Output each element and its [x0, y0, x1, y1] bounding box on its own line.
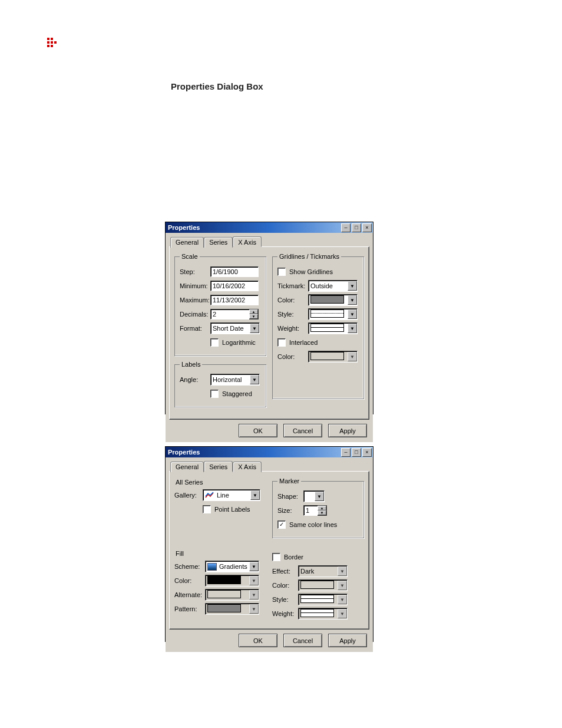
scheme-value: Gradients	[219, 563, 247, 570]
gridlines-group: Gridlines / Tickmarks Show Gridlines Tic…	[272, 253, 364, 399]
staggered-checkbox[interactable]: Staggered	[210, 390, 252, 398]
tab-xaxis[interactable]: X Axis	[233, 236, 262, 247]
chevron-down-icon[interactable]: ▼	[348, 309, 357, 319]
color-swatch-icon	[300, 581, 334, 589]
grid-style-label: Style:	[277, 311, 308, 318]
interlaced-color-select: ▼	[308, 351, 358, 363]
tab-series[interactable]: Series	[204, 237, 233, 248]
chevron-down-icon: ▼	[348, 352, 357, 361]
gallery-select[interactable]: Line ▼	[203, 489, 260, 501]
tickmark-select[interactable]: Outside ▼	[308, 280, 358, 292]
interlaced-checkbox[interactable]: Interlaced	[277, 338, 318, 347]
chevron-down-icon[interactable]: ▼	[249, 562, 259, 571]
samecolor-checkbox[interactable]: ✓ Same color lines	[277, 521, 337, 529]
line-weight-icon	[310, 324, 344, 332]
scheme-select[interactable]: Gradients ▼	[205, 561, 259, 572]
color-swatch-icon	[310, 352, 344, 360]
spin-up-icon[interactable]: ▲	[318, 506, 326, 510]
chevron-down-icon: ▼	[249, 576, 259, 585]
properties-dialog-series: Properties – □ × General Series X Axis A…	[165, 446, 373, 642]
page-heading: Properties Dialog Box	[171, 81, 263, 91]
ok-button[interactable]: OK	[239, 634, 277, 647]
pointlabels-checkbox[interactable]: Point Labels	[203, 505, 250, 513]
format-select[interactable]: Short Date ▼	[210, 322, 260, 334]
minimize-icon[interactable]: –	[341, 448, 351, 457]
decimals-stepper[interactable]: ▲▼	[210, 309, 259, 319]
tab-general[interactable]: General	[170, 237, 204, 248]
dialog-title: Properties	[168, 224, 340, 231]
tab-general[interactable]: General	[170, 462, 204, 472]
grid-color-select[interactable]: ▼	[308, 294, 358, 306]
maximize-icon[interactable]: □	[352, 448, 361, 457]
titlebar[interactable]: Properties – □ ×	[166, 447, 373, 457]
chevron-down-icon: ▼	[249, 604, 259, 614]
dialog-buttons: OK Cancel Apply	[239, 634, 367, 647]
checkbox-checked-icon: ✓	[277, 521, 286, 529]
spin-down-icon[interactable]: ▼	[249, 314, 258, 319]
max-input[interactable]	[210, 295, 259, 305]
border-color-select: ▼	[298, 579, 348, 591]
chevron-down-icon[interactable]: ▼	[348, 295, 357, 305]
angle-label: Angle:	[180, 376, 210, 383]
apply-button[interactable]: Apply	[328, 424, 367, 437]
size-input[interactable]	[303, 505, 318, 516]
shape-select[interactable]: ▼	[303, 490, 325, 502]
size-stepper[interactable]: ▲▼	[303, 505, 327, 516]
chevron-down-icon[interactable]: ▼	[315, 492, 324, 501]
staggered-label: Staggered	[222, 390, 252, 397]
minimize-icon[interactable]: –	[341, 223, 351, 232]
size-label: Size:	[277, 507, 303, 514]
fill-color-label: Color:	[174, 577, 205, 584]
pattern-label: Pattern:	[174, 605, 205, 612]
min-input[interactable]	[210, 281, 259, 291]
cancel-button[interactable]: Cancel	[283, 634, 322, 647]
chevron-down-icon[interactable]: ▼	[250, 490, 260, 500]
border-checkbox[interactable]: Border	[272, 553, 303, 561]
titlebar[interactable]: Properties – □ ×	[166, 222, 373, 233]
decimals-input[interactable]	[210, 309, 249, 319]
svg-rect-3	[51, 41, 53, 44]
grid-legend: Gridlines / Tickmarks	[277, 253, 341, 260]
spin-down-icon[interactable]: ▼	[318, 510, 326, 515]
scale-legend: Scale	[180, 253, 200, 260]
angle-value: Horizontal	[211, 376, 250, 383]
angle-select[interactable]: Horizontal ▼	[210, 374, 260, 386]
chevron-down-icon[interactable]: ▼	[250, 375, 259, 384]
color-swatch-icon	[310, 295, 344, 304]
labels-group: Labels Angle: Horizontal ▼ Staggered	[174, 361, 266, 407]
apply-button[interactable]: Apply	[328, 634, 367, 647]
cancel-button[interactable]: Cancel	[283, 424, 322, 437]
border-style-label: Style:	[272, 596, 298, 603]
chevron-down-icon: ▼	[338, 581, 347, 590]
checkbox-icon	[210, 338, 219, 347]
interlaced-color-label: Color:	[277, 353, 308, 360]
grid-weight-select[interactable]: ▼	[308, 322, 358, 334]
spin-up-icon[interactable]: ▲	[249, 309, 258, 314]
format-label: Format:	[180, 325, 210, 332]
maximize-icon[interactable]: □	[352, 223, 361, 232]
border-weight-label: Weight:	[272, 610, 298, 617]
properties-dialog-xaxis: Properties – □ × General Series X Axis S…	[165, 222, 373, 414]
chevron-down-icon[interactable]: ▼	[348, 281, 357, 291]
step-input[interactable]	[210, 266, 259, 277]
gallery-label: Gallery:	[174, 492, 203, 499]
chevron-down-icon[interactable]: ▼	[250, 324, 259, 333]
effect-label: Effect:	[272, 568, 298, 575]
tab-series[interactable]: Series	[204, 461, 233, 472]
close-icon[interactable]: ×	[362, 448, 372, 457]
logarithmic-label: Logarithmic	[222, 339, 256, 346]
logarithmic-checkbox[interactable]: Logarithmic	[210, 338, 256, 347]
tickmark-value: Outside	[309, 282, 348, 289]
chevron-down-icon[interactable]: ▼	[348, 324, 357, 333]
grid-style-select[interactable]: ▼	[308, 308, 358, 320]
ok-button[interactable]: OK	[239, 424, 277, 437]
checkbox-icon	[277, 268, 286, 276]
labels-legend: Labels	[180, 361, 202, 368]
close-icon[interactable]: ×	[362, 223, 372, 232]
marker-legend: Marker	[277, 477, 301, 485]
showgridlines-checkbox[interactable]: Show Gridlines	[277, 268, 333, 276]
fill-legend: Fill	[176, 550, 266, 557]
step-label: Step:	[180, 268, 210, 275]
pattern-select: ▼	[205, 603, 259, 615]
tab-xaxis[interactable]: X Axis	[233, 462, 262, 472]
